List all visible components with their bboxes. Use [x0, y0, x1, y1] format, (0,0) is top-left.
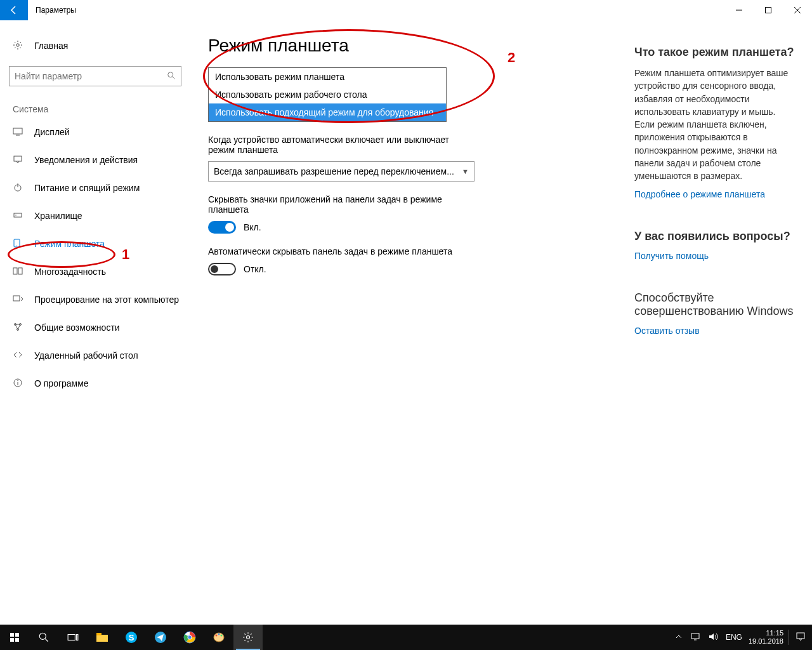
- home-label: Главная: [34, 41, 68, 51]
- info-text: Режим планшета оптимизирует ваше устройс…: [634, 67, 797, 183]
- svg-line-6: [173, 76, 175, 79]
- login-mode-dropdown[interactable]: Использовать режим планшета Использовать…: [208, 67, 447, 122]
- settings-app-icon[interactable]: [233, 625, 263, 650]
- svg-rect-12: [14, 213, 22, 217]
- sidebar-item-remote-desktop[interactable]: Удаленный рабочий стол: [0, 342, 190, 369]
- power-icon: [13, 182, 25, 194]
- svg-rect-33: [96, 635, 108, 642]
- action-center-icon[interactable]: [792, 632, 809, 644]
- svg-rect-34: [96, 633, 102, 635]
- search-field[interactable]: [15, 71, 167, 81]
- network-icon[interactable]: [686, 632, 704, 643]
- task-view-button[interactable]: [58, 625, 88, 650]
- gear-icon: [13, 40, 25, 52]
- svg-rect-50: [797, 633, 804, 639]
- clock-date: 19.01.2018: [749, 637, 783, 646]
- system-tray: ENG 11:15 19.01.2018: [671, 625, 812, 650]
- sidebar-item-label: Многозадачность: [34, 267, 106, 277]
- titlebar: Параметры: [0, 0, 812, 20]
- sidebar-group-title: Система: [0, 98, 190, 118]
- shared-icon: [13, 322, 25, 334]
- sidebar-item-multitasking[interactable]: Многозадачность: [0, 258, 190, 286]
- volume-icon[interactable]: [704, 632, 722, 643]
- back-button[interactable]: [0, 0, 28, 20]
- dropdown-option[interactable]: Использовать режим рабочего стола: [209, 86, 446, 103]
- hide-icons-toggle[interactable]: [208, 221, 236, 234]
- svg-line-30: [45, 639, 48, 642]
- storage-icon: [13, 210, 25, 222]
- sidebar-item-label: Дисплей: [34, 127, 70, 137]
- main-content: Режим планшета Использовать режим планше…: [190, 20, 634, 625]
- dropdown-option-selected[interactable]: Использовать подходящий режим для оборуд…: [209, 103, 446, 121]
- get-help-link[interactable]: Получить помощь: [634, 251, 797, 261]
- sidebar-item-label: Удаленный рабочий стол: [34, 350, 138, 361]
- dropdown-option[interactable]: Использовать режим планшета: [209, 68, 446, 86]
- search-icon: [167, 71, 176, 82]
- remote-icon: [13, 350, 25, 362]
- hide-icons-label: Скрывать значки приложений на панели зад…: [208, 194, 475, 215]
- sidebar-item-storage[interactable]: Хранилище: [0, 202, 190, 230]
- svg-point-5: [168, 72, 173, 77]
- svg-point-29: [39, 633, 46, 639]
- auto-switch-select[interactable]: Всегда запрашивать разрешение перед пере…: [208, 161, 475, 182]
- svg-rect-31: [68, 635, 75, 640]
- search-input[interactable]: [9, 66, 181, 86]
- svg-text:S: S: [129, 633, 134, 642]
- learn-more-link[interactable]: Подробнее о режиме планшета: [634, 189, 797, 199]
- sidebar-item-label: Режим планшета: [34, 239, 105, 249]
- sidebar-item-notifications[interactable]: Уведомления и действия: [0, 146, 190, 174]
- taskbar-search-button[interactable]: [29, 625, 58, 650]
- info-heading: Что такое режим планшета?: [634, 46, 797, 59]
- language-indicator[interactable]: ENG: [722, 633, 746, 642]
- sidebar-item-tablet-mode[interactable]: Режим планшета: [0, 230, 190, 258]
- multitasking-icon: [13, 266, 25, 278]
- sidebar-item-power[interactable]: Питание и спящий режим: [0, 174, 190, 202]
- auto-switch-label: Когда устройство автоматически включает …: [208, 135, 475, 155]
- telegram-icon[interactable]: [146, 625, 175, 650]
- display-icon: [13, 126, 25, 138]
- right-pane: Что такое режим планшета? Режим планшета…: [634, 20, 812, 625]
- home-button[interactable]: Главная: [0, 32, 190, 60]
- toggle-state: Откл.: [244, 264, 266, 274]
- svg-rect-1: [766, 8, 771, 13]
- svg-point-42: [188, 636, 192, 639]
- svg-rect-27: [10, 638, 14, 642]
- svg-point-13: [15, 215, 16, 215]
- svg-rect-18: [13, 296, 20, 301]
- skype-icon[interactable]: S: [117, 625, 146, 650]
- sidebar-item-shared[interactable]: Общие возможности: [0, 314, 190, 342]
- clock[interactable]: 11:15 19.01.2018: [746, 629, 789, 645]
- chrome-icon[interactable]: [175, 625, 204, 650]
- start-button[interactable]: [0, 625, 29, 650]
- explorer-icon[interactable]: [88, 625, 117, 650]
- svg-rect-7: [13, 128, 22, 134]
- tablet-icon: [13, 238, 25, 250]
- sidebar-item-label: Проецирование на этот компьютер: [34, 295, 179, 305]
- feedback-link[interactable]: Оставить отзыв: [634, 326, 797, 336]
- svg-rect-48: [691, 633, 699, 639]
- taskbar: S ENG 11:15 19.01.2018: [0, 625, 812, 650]
- close-button[interactable]: [783, 0, 812, 20]
- paint-icon[interactable]: [204, 625, 233, 650]
- sidebar-item-about[interactable]: О программе: [0, 369, 190, 397]
- hide-taskbar-toggle[interactable]: [208, 263, 236, 275]
- clock-time: 11:15: [749, 629, 783, 637]
- sidebar-item-label: Хранилище: [34, 211, 82, 221]
- notifications-icon: [13, 154, 25, 166]
- svg-rect-26: [15, 633, 19, 637]
- minimize-button[interactable]: [724, 0, 754, 20]
- tray-chevron-icon[interactable]: [671, 632, 686, 642]
- sidebar-item-label: Уведомления и действия: [34, 155, 138, 165]
- svg-point-46: [221, 635, 223, 637]
- sidebar-item-display[interactable]: Дисплей: [0, 118, 190, 146]
- svg-rect-28: [15, 638, 19, 642]
- select-value: Всегда запрашивать разрешение перед пере…: [214, 166, 454, 176]
- sidebar-item-label: О программе: [34, 378, 89, 388]
- chevron-down-icon: ▼: [462, 168, 469, 175]
- maximize-button[interactable]: [754, 0, 783, 20]
- window-title: Параметры: [28, 6, 76, 15]
- sidebar-item-projecting[interactable]: Проецирование на этот компьютер: [0, 286, 190, 314]
- sidebar-item-label: Питание и спящий режим: [34, 183, 140, 193]
- toggle-state: Вкл.: [244, 222, 261, 232]
- sidebar: Главная Система Дисплей Уведомления и де…: [0, 20, 190, 625]
